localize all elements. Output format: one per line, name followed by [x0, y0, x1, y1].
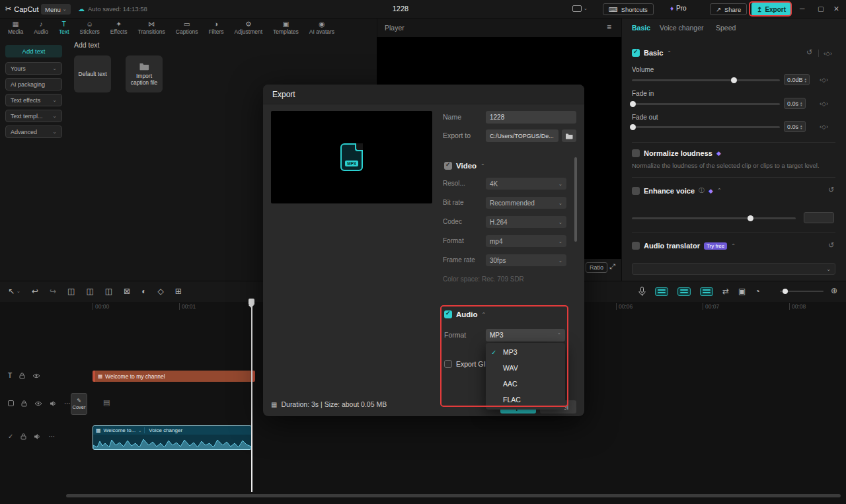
- shield-icon[interactable]: ◇: [157, 287, 163, 296]
- bitrate-select[interactable]: Recommended⌄: [486, 197, 566, 209]
- codec-select[interactable]: H.264⌄: [486, 216, 566, 228]
- audio-clip[interactable]: ▦ Welcome to... ⌄ Voice changer: [93, 425, 252, 450]
- dialog-scrollbar[interactable]: [574, 157, 577, 242]
- export-name-input[interactable]: [486, 111, 576, 124]
- tab-text[interactable]: TText: [59, 20, 69, 38]
- tab-speed[interactable]: Speed: [716, 24, 736, 32]
- track-preset-icon[interactable]: [700, 287, 713, 296]
- keyframe-icon[interactable]: ‹◇›: [820, 100, 828, 107]
- playhead-handle[interactable]: [249, 299, 254, 305]
- lock-icon[interactable]: [19, 373, 25, 379]
- more-options-icon[interactable]: ⋯: [64, 400, 71, 407]
- track-checkbox-icon[interactable]: [8, 400, 14, 406]
- chevron-up-icon[interactable]: ⌃: [717, 188, 722, 194]
- default-text-card[interactable]: Default text: [74, 55, 111, 92]
- trim-right-icon[interactable]: ◫: [105, 287, 112, 296]
- select-tool[interactable]: ↖⌄: [8, 287, 20, 296]
- sidebar-item-text-templates[interactable]: Text templ...⌄: [5, 110, 62, 122]
- reset-icon[interactable]: ↺: [828, 186, 834, 194]
- share-button[interactable]: ↗ Share: [710, 3, 747, 15]
- tab-captions[interactable]: ▭Captions: [176, 20, 198, 38]
- lock-icon[interactable]: [20, 433, 26, 440]
- close-button[interactable]: ✕: [833, 5, 839, 13]
- tab-ai-avatars[interactable]: ◉AI avatars: [309, 20, 334, 38]
- track-preset-icon[interactable]: [677, 287, 691, 296]
- chevron-up-icon[interactable]: ⌃: [731, 243, 736, 249]
- export-path-input[interactable]: [486, 129, 558, 142]
- trim-left-icon[interactable]: ◫: [67, 287, 75, 296]
- fullscreen-icon[interactable]: ⤢: [609, 262, 615, 271]
- speaker-icon[interactable]: [34, 433, 41, 440]
- normalize-checkbox[interactable]: [632, 149, 640, 157]
- audio-format-select[interactable]: MP3 ⌃: [486, 329, 565, 342]
- translator-checkbox[interactable]: [632, 242, 640, 250]
- fade-in-value-box[interactable]: 0.0s ▴▾: [784, 98, 806, 109]
- enhance-checkbox[interactable]: [632, 187, 640, 195]
- import-caption-card[interactable]: Import caption file: [126, 55, 163, 92]
- enhance-value-box[interactable]: [804, 212, 834, 223]
- resolution-select[interactable]: 4K⌄: [486, 178, 566, 190]
- shortcuts-button[interactable]: ⌨ Shortcuts: [603, 3, 654, 15]
- eye-icon[interactable]: [32, 373, 40, 378]
- keyframe-icon[interactable]: ‹◇›: [824, 50, 832, 57]
- chevron-up-icon[interactable]: ⌃: [667, 50, 672, 56]
- keyframe-icon[interactable]: ‹◇›: [820, 124, 828, 130]
- pro-button[interactable]: ♦ Pro: [670, 5, 687, 12]
- undo-icon[interactable]: ↩: [32, 287, 38, 296]
- tab-basic[interactable]: Basic: [632, 24, 650, 32]
- swap-tracks-icon[interactable]: ⇄: [722, 287, 729, 296]
- track-preset-icon[interactable]: [655, 287, 668, 296]
- redo-icon[interactable]: ↪: [50, 287, 56, 296]
- preview-frame-icon[interactable]: ▣: [738, 287, 746, 296]
- tab-media[interactable]: ▦Media: [8, 20, 23, 38]
- fade-in-slider-handle[interactable]: [630, 101, 636, 107]
- format-select[interactable]: mp4⌄: [486, 235, 566, 247]
- sidebar-item-ai-packaging[interactable]: AI packaging: [5, 78, 62, 90]
- menu-button[interactable]: Menu ⌄: [41, 4, 71, 15]
- sidebar-item-text-effects[interactable]: Text effects⌄: [5, 94, 62, 106]
- dropdown-option-flac[interactable]: FLAC: [486, 392, 565, 408]
- tab-templates[interactable]: ▣Templates: [273, 20, 299, 38]
- display-mode-button[interactable]: ⌄: [572, 5, 588, 12]
- text-clip[interactable]: ▦ Welcome to my channel: [93, 371, 255, 382]
- chevron-up-icon[interactable]: ⌃: [482, 312, 486, 318]
- basic-checkbox[interactable]: [632, 49, 640, 57]
- keyframe-icon[interactable]: ‹◇›: [820, 77, 828, 83]
- reset-icon[interactable]: ↺: [828, 241, 834, 250]
- playhead[interactable]: [251, 301, 252, 492]
- ratio-button[interactable]: Ratio: [586, 262, 607, 273]
- browse-folder-button[interactable]: [562, 129, 576, 142]
- delete-icon[interactable]: ⊠: [124, 287, 130, 296]
- sidebar-item-yours[interactable]: Yours⌄: [5, 62, 62, 75]
- cover-chip[interactable]: ✎ Cover: [71, 393, 87, 415]
- export-button[interactable]: ↥ Export: [751, 3, 791, 16]
- player-menu-icon[interactable]: ≡: [607, 22, 611, 32]
- stepper-icons[interactable]: ▴▾: [800, 101, 802, 106]
- framerate-select[interactable]: 30fps⌄: [486, 254, 566, 266]
- lock-icon[interactable]: [21, 400, 27, 407]
- check-icon[interactable]: ✓: [8, 433, 13, 440]
- dropdown-option-mp3[interactable]: ✓MP3: [486, 344, 565, 360]
- microphone-icon[interactable]: [638, 287, 646, 297]
- timer-icon[interactable]: ◔: [755, 287, 759, 296]
- split-icon[interactable]: ◫: [86, 287, 93, 296]
- volume-value-box[interactable]: 0.0dB ▴▾: [784, 74, 810, 85]
- maximize-button[interactable]: ▢: [818, 5, 824, 13]
- chevron-up-icon[interactable]: ⌃: [481, 163, 485, 169]
- fade-out-slider-handle[interactable]: [630, 124, 636, 130]
- enhance-slider[interactable]: [632, 217, 796, 219]
- mask-icon[interactable]: ◐: [141, 287, 146, 296]
- stepper-icons[interactable]: ▴▾: [800, 124, 802, 129]
- translator-dropdown[interactable]: ⌄: [632, 263, 835, 275]
- tab-voice-changer[interactable]: Voice changer: [660, 24, 704, 32]
- tab-filters[interactable]: ◑Filters: [208, 20, 223, 38]
- dropdown-option-wav[interactable]: WAV: [486, 360, 565, 376]
- audio-checkbox[interactable]: [444, 310, 452, 318]
- tab-stickers[interactable]: ☺Stickers: [80, 20, 100, 38]
- tab-audio[interactable]: ♪Audio: [34, 20, 48, 38]
- volume-slider[interactable]: [632, 79, 780, 81]
- fade-in-slider[interactable]: [632, 103, 780, 105]
- tab-adjustment[interactable]: ⚙Adjustment: [235, 20, 263, 38]
- video-checkbox[interactable]: [444, 162, 452, 170]
- timeline-zoom-handle[interactable]: [783, 289, 788, 294]
